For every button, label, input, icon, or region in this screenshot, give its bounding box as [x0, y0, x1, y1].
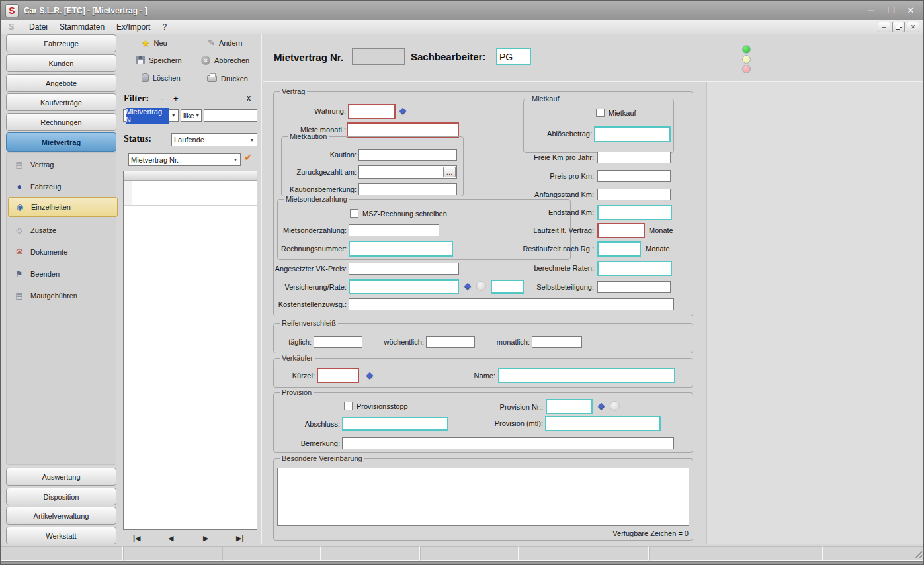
menu-stammdaten[interactable]: Stammdaten [54, 21, 110, 33]
waehrung-lookup-icon[interactable]: ◆ [399, 105, 406, 115]
filter-clear-button[interactable]: x [247, 93, 251, 103]
kuerzel-input[interactable] [317, 368, 359, 383]
child-minimize-button[interactable]: ─ [878, 22, 890, 32]
filter-label: Filter: [124, 93, 149, 104]
menu-eximport[interactable]: Ex/Import [110, 21, 156, 33]
kautionsbemerkung-input[interactable] [358, 183, 457, 195]
edit-button[interactable]: ✎Ändern [208, 38, 242, 48]
preis-pro-km-input[interactable] [597, 170, 671, 182]
edit-pen-icon: ✎ [208, 38, 215, 48]
provision-nr-input[interactable] [546, 399, 593, 414]
freie-km-input[interactable] [597, 152, 671, 163]
delete-button[interactable]: Löschen [142, 73, 181, 82]
nav-last-button[interactable]: ▶| [236, 534, 244, 543]
abloesebetrag-input[interactable] [594, 126, 671, 142]
print-button[interactable]: Drucken [207, 75, 248, 83]
provisionsstopp-checkbox[interactable] [344, 402, 353, 410]
sidebar-item-fahrzeuge[interactable]: Fahrzeuge [6, 34, 116, 52]
chevron-down-icon: ▼ [194, 113, 201, 118]
provision-lookup-icon[interactable]: ◆ [598, 400, 605, 410]
record-list[interactable] [123, 171, 257, 530]
msz-rechnung-checkbox[interactable] [350, 209, 358, 218]
taeglich-input[interactable] [314, 336, 362, 348]
sidebar-item-angebote[interactable]: Angebote [6, 74, 116, 92]
menu-help[interactable]: ? [156, 21, 173, 33]
sidebar-item-auswertung[interactable]: Auswertung [6, 468, 116, 486]
mietkauf-checkbox[interactable] [596, 109, 605, 117]
minimize-button[interactable]: ─ [861, 5, 881, 15]
sidebar-item-rechnungen[interactable]: Rechnungen [6, 113, 116, 131]
toll-document-icon: ▤ [13, 291, 25, 300]
versicherung-lookup-icon[interactable]: ◆ [464, 281, 471, 290]
clerk-input[interactable] [496, 48, 531, 65]
sidebar-item-label: Mietvertrag [42, 138, 81, 146]
child-close-button[interactable]: ✕ [907, 22, 919, 32]
sidebar-item-label: Artikelverwaltung [34, 512, 89, 520]
sidebar-item-mietvertrag[interactable]: Mietvertrag [6, 132, 116, 152]
restlaufzeit-input[interactable] [597, 241, 641, 257]
provision-mtl-input[interactable] [545, 416, 661, 431]
vk-preis-input[interactable] [349, 263, 459, 275]
subitem-fahrzeug[interactable]: ●Fahrzeug [13, 179, 112, 194]
subitem-label: Einzelheiten [31, 203, 71, 211]
sidebar-item-werkstatt[interactable]: Werkstatt [6, 527, 116, 544]
kaution-input[interactable] [358, 149, 457, 161]
filter-field-select[interactable]: Mietvertrag N ▼ [123, 109, 179, 122]
sidebar-item-label: Werkstatt [46, 532, 76, 540]
menu-datei[interactable]: Datei [23, 21, 54, 33]
abschluss-input[interactable] [342, 417, 448, 431]
bemerkung-input[interactable] [342, 437, 674, 449]
sidebar-item-disposition[interactable]: Disposition [6, 488, 116, 505]
close-button[interactable]: ✕ [901, 5, 921, 15]
waehrung-input[interactable] [348, 104, 396, 119]
anfangsstand-input[interactable] [597, 189, 671, 200]
laufzeit-input[interactable] [597, 223, 645, 238]
filter-operator-select[interactable]: like ▼ [181, 109, 202, 122]
filter-value-input[interactable] [204, 109, 257, 122]
subitem-einzelheiten[interactable]: ◉Einzelheiten [8, 197, 118, 217]
nav-first-button[interactable]: |◀ [133, 534, 141, 543]
nav-prev-button[interactable]: ◀ [168, 534, 173, 543]
sidebar-item-artikelverwaltung[interactable]: Artikelverwaltung [6, 507, 116, 525]
sidebar-item-kunden[interactable]: Kunden [6, 54, 116, 72]
subitem-label: Zusätze [30, 226, 56, 234]
date-picker-button[interactable]: … [443, 167, 456, 177]
kostenstellen-input[interactable] [349, 298, 674, 310]
new-button[interactable]: ★Neu [142, 38, 167, 48]
endstand-label: Endstand Km: [503, 208, 594, 216]
nav-next-button[interactable]: ▶ [203, 534, 208, 543]
maximize-button[interactable]: ☐ [881, 5, 901, 15]
berechnete-raten-input[interactable] [597, 261, 672, 276]
sidebar-item-kaufvertraege[interactable]: Kaufverträge [6, 93, 116, 111]
subitem-mautgebuehren[interactable]: ▤Mautgebühren [13, 288, 112, 303]
endstand-input[interactable] [597, 205, 672, 220]
zurueckgezahlt-input[interactable] [358, 165, 457, 179]
cancel-button[interactable]: ✕Abbrechen [201, 56, 249, 65]
status-select[interactable]: Laufende ▼ [171, 133, 257, 146]
subitem-beenden[interactable]: ⚑Beenden [13, 267, 112, 281]
mietsonderzahlung-input[interactable] [349, 224, 439, 236]
save-button[interactable]: Speichern [136, 56, 182, 64]
sort-select[interactable]: Mietvertrag Nr. ▼ [128, 153, 241, 166]
selbstbeteiligung-input[interactable] [597, 281, 671, 293]
button-label: Ändern [219, 39, 242, 47]
versicherung-input[interactable] [349, 279, 459, 294]
apply-check-button[interactable]: ✔ [244, 152, 253, 163]
vereinbarung-textarea[interactable] [277, 468, 689, 526]
monatlich-input[interactable] [532, 336, 582, 348]
subitem-vertrag[interactable]: ▤Vertrag [13, 157, 112, 172]
kuerzel-lookup-icon[interactable]: ◆ [366, 370, 373, 380]
miete-monatl-input[interactable] [347, 122, 459, 138]
abloesebetrag-label: Ablösebetrag: [523, 130, 592, 138]
subitem-dokumente[interactable]: ✉Dokumente [13, 245, 112, 259]
verkaeufer-name-input[interactable] [498, 368, 675, 383]
woechentlich-input[interactable] [426, 336, 475, 348]
filter-remove-button[interactable]: - [161, 93, 163, 103]
rechnungsnummer-input[interactable] [349, 241, 453, 257]
statusbar-segment [1, 546, 123, 561]
filter-add-button[interactable]: + [173, 93, 179, 103]
subitem-zusaetze[interactable]: ◇Zusätze [13, 223, 112, 238]
child-restore-button[interactable] [892, 22, 905, 32]
provisionsstopp-label: Provisionsstopp [357, 402, 408, 410]
freie-km-label: Freie Km pro Jahr: [503, 153, 594, 161]
